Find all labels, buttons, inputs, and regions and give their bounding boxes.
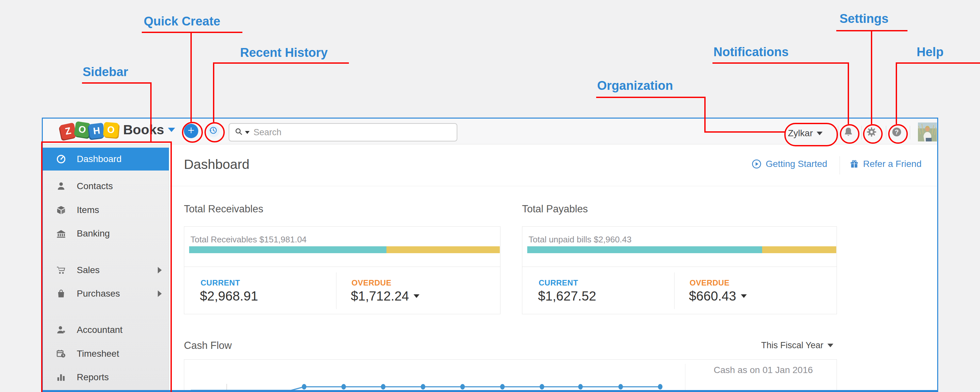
getting-started-link[interactable]: Getting Started <box>751 159 827 169</box>
cash-as-on-note: Cash as on 01 Jan 2016 <box>694 365 833 375</box>
receivables-current-value: $2,968.91 <box>200 289 258 303</box>
payables-section-title: Total Payables <box>522 203 588 215</box>
annotation-line <box>213 62 349 64</box>
payables-progress-current <box>527 246 762 253</box>
annotation-ring-notifications <box>840 124 859 144</box>
chevron-down-icon[interactable] <box>168 128 175 132</box>
overdue-label: OVERDUE <box>690 278 729 287</box>
annotation-sidebar-rect <box>41 142 172 392</box>
receivables-overdue-value[interactable]: $1,712.24 <box>351 289 420 303</box>
annotation-ring-quick-create <box>182 122 203 143</box>
zoho-books-logo[interactable]: Z O H O Books <box>60 122 175 137</box>
period-filter-dropdown[interactable]: This Fiscal Year <box>761 340 833 351</box>
annotation-organization: Organization <box>597 79 673 93</box>
annotation-ring-help <box>888 124 908 144</box>
payables-overdue-value[interactable]: $660.43 <box>689 289 747 303</box>
receivables-summary: Total Receivables $151,981.04 <box>191 234 307 245</box>
logo-tile-o2: O <box>103 122 119 138</box>
annotation-line <box>142 32 242 33</box>
chevron-down-icon[interactable] <box>414 294 420 298</box>
refer-a-friend-link[interactable]: Refer a Friend <box>850 159 921 169</box>
current-label: CURRENT <box>200 278 240 287</box>
receivables-progress-bar <box>189 246 500 253</box>
cash-flow-chart-card: Cash as on 01 Jan 2016 <box>184 359 837 391</box>
search-scope-caret-icon[interactable] <box>245 131 250 134</box>
gift-icon <box>850 159 859 169</box>
annotation-line <box>848 62 849 124</box>
annotation-help: Help <box>916 45 943 59</box>
annotation-settings: Settings <box>840 12 889 26</box>
annotation-line <box>150 82 151 142</box>
annotation-line <box>896 62 980 64</box>
header-divider <box>838 126 838 140</box>
receivables-progress-current <box>189 246 387 253</box>
page-title: Dashboard <box>184 157 250 172</box>
annotation-line <box>871 30 872 124</box>
global-search[interactable] <box>229 123 457 142</box>
annotation-recent-history: Recent History <box>240 46 328 60</box>
annotation-ring-recent-history <box>205 122 225 142</box>
annotation-line <box>82 82 151 84</box>
receivables-card: Total Receivables $151,981.04 CURRENT $2… <box>184 226 500 314</box>
window-bottom-border <box>42 390 938 392</box>
annotation-line <box>704 97 706 132</box>
play-circle-icon <box>751 159 762 169</box>
payables-card: Total unpaid bills $2,960.43 CURRENT $1,… <box>522 226 837 314</box>
search-icon[interactable] <box>235 127 243 137</box>
payables-progress-bar <box>527 246 836 253</box>
cash-flow-line-chart <box>184 360 837 391</box>
annotation-line <box>191 32 192 122</box>
cash-flow-section-title: Cash Flow <box>184 340 232 352</box>
annotation-line <box>213 62 214 122</box>
header-divider <box>861 126 862 140</box>
annotation-line <box>713 62 849 64</box>
overdue-label: OVERDUE <box>352 278 391 287</box>
annotation-ring-settings <box>863 124 883 144</box>
annotation-line <box>704 131 785 132</box>
card-divider <box>522 266 837 267</box>
receivables-section-title: Total Receivables <box>184 203 263 215</box>
links-divider <box>840 156 840 174</box>
annotation-notifications: Notifications <box>713 45 789 59</box>
chevron-down-icon <box>827 344 833 347</box>
chevron-down-icon[interactable] <box>741 294 747 298</box>
annotation-sidebar: Sidebar <box>83 65 128 79</box>
logo-tile-o1: O <box>74 121 91 138</box>
search-input[interactable] <box>253 127 452 138</box>
card-divider <box>184 266 500 267</box>
user-avatar[interactable] <box>918 123 937 142</box>
current-label: CURRENT <box>539 278 578 287</box>
header-divider <box>910 126 910 140</box>
column-divider <box>674 272 675 309</box>
payables-current-value: $1,627.52 <box>538 289 596 303</box>
page: Z O H O Books Zylkar <box>0 0 980 392</box>
header-divider <box>886 126 886 140</box>
annotation-quick-create: Quick Create <box>144 14 220 29</box>
product-name: Books <box>123 122 164 137</box>
payables-summary: Total unpaid bills $2,960.43 <box>528 234 632 245</box>
annotation-pill-organization <box>784 123 838 147</box>
header-row-divider <box>170 186 937 186</box>
annotation-line <box>896 62 897 124</box>
logo-tile-h: H <box>89 123 105 139</box>
annotation-line <box>596 97 706 98</box>
